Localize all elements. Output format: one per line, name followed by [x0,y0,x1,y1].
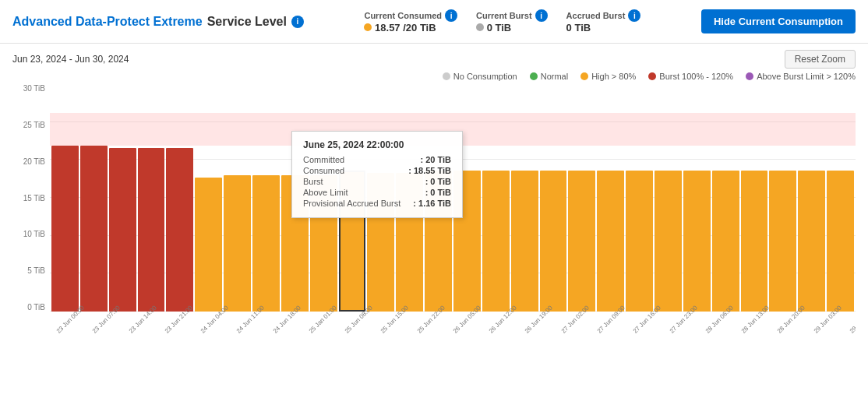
chart-bar[interactable] [769,171,796,312]
chart-bar[interactable] [195,178,222,312]
bar-wrapper[interactable] [51,84,79,312]
legend-above-burst: Above Burst Limit > 120% [746,72,856,81]
chart-bar[interactable] [109,148,136,312]
legend-normal: Normal [530,72,568,81]
app-title-main: Advanced Data-Protect Extreme [12,15,203,29]
chart-bar[interactable] [166,148,193,312]
chart-bar[interactable] [138,148,165,312]
current-consumed-info-icon[interactable]: i [445,9,457,22]
chart-container: Jun 23, 2024 - Jun 30, 2024 Reset Zoom N… [0,44,868,333]
chart-bar[interactable] [252,175,280,312]
legend-high: High > 80% [580,72,636,81]
chart-bar[interactable] [741,171,768,312]
chart-bar[interactable] [655,171,682,312]
bar-wrapper[interactable] [798,84,825,312]
bar-wrapper[interactable] [109,84,136,312]
legend-no-consumption: No Consumption [443,72,517,81]
bar-wrapper[interactable] [655,84,682,312]
bars-container [50,84,856,312]
bar-wrapper[interactable] [166,84,193,312]
bar-wrapper[interactable] [310,84,337,312]
chart-legend: No Consumption Normal High > 80% Burst 1… [12,72,856,81]
y-axis-label: 20 TiB [12,157,50,166]
chart-bar[interactable] [540,171,567,312]
chart-bar[interactable] [511,171,538,312]
current-burst-info-icon[interactable]: i [535,9,548,22]
chart-bar[interactable] [626,171,653,312]
bar-wrapper[interactable] [827,84,854,312]
bar-wrapper[interactable] [339,84,366,312]
chart-bar[interactable] [51,146,79,312]
chart-bar[interactable] [683,171,711,312]
title-section: Advanced Data-Protect Extreme Service Le… [12,15,304,29]
chart-bar[interactable] [396,173,423,312]
hide-current-consumption-button[interactable]: Hide Current Consumption [701,9,856,33]
bar-wrapper[interactable] [80,84,108,312]
burst-dot-legend [648,72,656,80]
y-axis-label: 25 TiB [12,121,50,129]
bar-wrapper[interactable] [769,84,796,312]
x-axis: 23 Jun 00:0023 Jun 07:0023 Jun 14:0023 J… [50,312,856,333]
chart-bar[interactable] [425,171,452,312]
current-burst-metric: Current Burst i 0 TiB [476,9,548,33]
app-title-sub: Service Level [207,15,287,29]
y-axis-label: 10 TiB [12,230,50,238]
bar-wrapper[interactable] [626,84,653,312]
bar-wrapper[interactable] [741,84,768,312]
bar-wrapper[interactable] [540,84,567,312]
bar-wrapper[interactable] [367,84,394,312]
chart-bar[interactable] [798,171,825,312]
current-burst-value: 0 TiB [476,22,511,33]
chart-bar[interactable] [339,171,366,312]
chart-bar[interactable] [712,171,739,312]
bar-wrapper[interactable] [482,84,510,312]
y-axis-label: 15 TiB [12,194,50,202]
service-level-info-icon[interactable]: i [291,16,304,28]
chart-bar[interactable] [827,171,854,312]
bar-wrapper[interactable] [138,84,165,312]
chart-bar[interactable] [310,175,337,312]
bar-wrapper[interactable] [195,84,222,312]
chart-bar[interactable] [597,171,624,312]
bar-wrapper[interactable] [224,84,251,312]
page-header: Advanced Data-Protect Extreme Service Le… [0,0,868,44]
bar-wrapper[interactable] [683,84,711,312]
high-dot [580,72,588,80]
accrued-burst-label: Accrued Burst i [566,9,641,22]
chart-bar[interactable] [281,175,309,312]
above-burst-dot [746,72,753,80]
accrued-burst-value: 0 TiB [566,22,591,33]
bar-wrapper[interactable] [252,84,280,312]
y-axis: 0 TiB5 TiB10 TiB15 TiB20 TiB25 TiB30 TiB [12,84,50,333]
chart-bar[interactable] [453,171,481,312]
y-axis-label: 0 TiB [12,303,50,312]
reset-zoom-button[interactable]: Reset Zoom [785,50,856,69]
chart-bar[interactable] [482,171,510,312]
chart-bar[interactable] [568,171,595,312]
burst-dot [476,23,484,31]
bar-wrapper[interactable] [453,84,481,312]
y-axis-label: 30 TiB [12,84,50,93]
accrued-burst-metric: Accrued Burst i 0 TiB [566,9,641,33]
date-range-row: Jun 23, 2024 - Jun 30, 2024 Reset Zoom [12,50,856,69]
metrics-section: Current Consumed i 18.57 /20 TiB Current… [319,9,686,33]
bar-wrapper[interactable] [568,84,595,312]
chart-bar[interactable] [367,173,394,312]
y-axis-label: 5 TiB [12,266,50,275]
chart-area: 0 TiB5 TiB10 TiB15 TiB20 TiB25 TiB30 TiB… [12,84,856,333]
bar-wrapper[interactable] [511,84,538,312]
normal-dot [530,72,538,80]
bar-wrapper[interactable] [281,84,309,312]
chart-inner: 23 Jun 00:0023 Jun 07:0023 Jun 14:0023 J… [50,84,856,333]
consumed-dot [364,23,372,31]
legend-burst: Burst 100% - 120% [648,72,733,81]
chart-bar[interactable] [80,146,108,312]
date-range: Jun 23, 2024 - Jun 30, 2024 [12,54,129,65]
bar-wrapper[interactable] [597,84,624,312]
current-consumed-label: Current Consumed i [364,9,457,22]
bar-wrapper[interactable] [425,84,452,312]
accrued-burst-info-icon[interactable]: i [628,9,640,22]
bar-wrapper[interactable] [396,84,423,312]
chart-bar[interactable] [224,175,251,312]
bar-wrapper[interactable] [712,84,739,312]
